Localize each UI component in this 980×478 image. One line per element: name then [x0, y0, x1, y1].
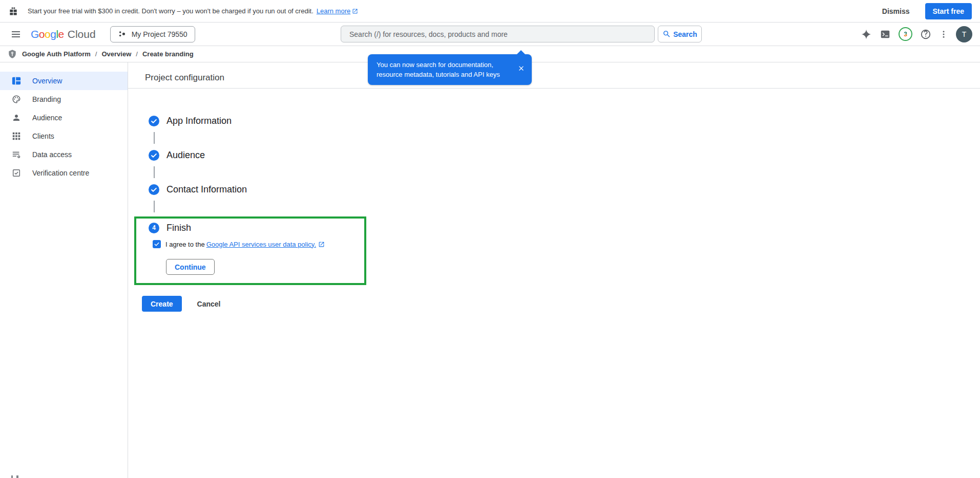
sidebar-item-label: Branding: [32, 95, 61, 103]
tooltip-text-line2: resource metadata, tutorials and API key…: [377, 70, 508, 79]
page-title: Project configuration: [128, 62, 980, 89]
step-label: Audience: [166, 150, 205, 161]
logo-letter: e: [58, 28, 64, 40]
search-feature-tooltip: You can now search for documentation, re…: [368, 54, 532, 85]
sidebar-item-clients[interactable]: Clients: [0, 127, 128, 145]
gcp-console-page: Start your free trial with $300 in credi…: [0, 0, 980, 478]
stepper: App Information Audience Contact Informa…: [128, 114, 980, 285]
external-link-icon: [352, 8, 358, 14]
logo-letter: o: [39, 28, 45, 40]
cancel-button[interactable]: Cancel: [197, 300, 221, 308]
step-contact-information[interactable]: Contact Information: [128, 182, 980, 197]
step-finish: 4 Finish: [136, 221, 364, 235]
free-trial-days-badge[interactable]: 3: [899, 27, 912, 41]
sidebar-item-branding[interactable]: Branding: [0, 90, 128, 108]
auth-platform-shield-icon: [8, 49, 17, 59]
project-name: My Project 79550: [132, 30, 187, 38]
search-button-label: Search: [673, 30, 697, 38]
step-audience[interactable]: Audience: [128, 148, 980, 162]
logo-letter: G: [31, 28, 39, 40]
account-avatar[interactable]: T: [956, 26, 972, 42]
logo-letter: g: [50, 28, 56, 40]
external-link-icon: [318, 241, 325, 248]
cutoff-artifact: [11, 475, 18, 478]
learn-more-link[interactable]: Learn more: [317, 7, 358, 15]
hamburger-icon: [11, 30, 20, 39]
main-panel: Project configuration App Information Au…: [128, 62, 980, 478]
checkmark-icon: [154, 241, 160, 247]
continue-button[interactable]: Continue: [166, 259, 215, 275]
cloud-shell-button[interactable]: [880, 29, 891, 40]
kebab-menu-icon: [939, 30, 948, 39]
breadcrumb-separator: /: [136, 50, 138, 58]
person-icon: [12, 113, 21, 122]
sidebar-item-audience[interactable]: Audience: [0, 108, 128, 127]
logo-letter: o: [45, 28, 50, 40]
start-free-button[interactable]: Start free: [925, 3, 972, 19]
gemini-button[interactable]: [861, 29, 872, 40]
help-button[interactable]: [920, 29, 931, 40]
gift-icon: [8, 6, 18, 16]
create-button[interactable]: Create: [142, 296, 182, 312]
free-trial-banner: Start your free trial with $300 in credi…: [0, 0, 980, 23]
finish-step-highlight-box: 4 Finish I agree to theGoogle API servic…: [134, 216, 366, 285]
sidebar: Overview Branding Audience Clients: [0, 62, 128, 478]
search-icon: [662, 30, 671, 38]
agree-checkbox[interactable]: [153, 240, 161, 248]
app-bar-actions: 3 T: [861, 26, 975, 42]
step-connector: [154, 201, 155, 212]
google-cloud-logo[interactable]: Google Cloud: [31, 28, 96, 40]
search-button[interactable]: Search: [658, 26, 702, 42]
check-square-icon: [12, 168, 21, 178]
tooltip-text-line1: You can now search for documentation,: [377, 60, 508, 70]
step-label: App Information: [166, 116, 232, 126]
form-actions: Create Cancel: [142, 296, 980, 312]
help-icon: [920, 29, 931, 40]
breadcrumb-separator: /: [95, 50, 97, 58]
project-icon: [118, 30, 127, 38]
more-options-button[interactable]: [939, 30, 948, 39]
agreement-prefix: I agree to the: [165, 241, 205, 248]
close-icon: [517, 64, 525, 72]
sidebar-item-label: Audience: [32, 114, 62, 122]
step-connector: [154, 166, 155, 178]
dashboard-icon: [12, 76, 21, 85]
project-picker-button[interactable]: My Project 79550: [110, 26, 195, 42]
gemini-star-icon: [861, 29, 872, 40]
tooltip-close-button[interactable]: [517, 64, 525, 72]
nav-menu-button[interactable]: [5, 27, 27, 42]
apps-grid-icon: [12, 132, 21, 141]
sidebar-item-verification-centre[interactable]: Verification centre: [0, 164, 128, 182]
search-input[interactable]: [341, 26, 655, 42]
agreement-row: I agree to theGoogle API services user d…: [136, 240, 364, 248]
list-gear-icon: [12, 150, 21, 159]
sidebar-item-label: Data access: [32, 150, 72, 159]
banner-message: Start your free trial with $300 in credi…: [28, 7, 314, 15]
breadcrumb-item-create-branding: Create branding: [142, 50, 194, 58]
step-app-information[interactable]: App Information: [128, 114, 980, 128]
sidebar-item-data-access[interactable]: Data access: [0, 145, 128, 164]
agreement-text: I agree to theGoogle API services user d…: [165, 241, 325, 248]
app-bar: Google Cloud My Project 79550 Search 3: [0, 23, 980, 46]
breadcrumb-item-platform[interactable]: Google Auth Platform: [22, 50, 91, 58]
check-circle-icon: [149, 184, 159, 195]
content-area: Overview Branding Audience Clients: [0, 62, 980, 478]
palette-icon: [12, 95, 21, 104]
step-label: Contact Information: [166, 184, 247, 195]
step-connector: [154, 132, 155, 144]
breadcrumb-item-overview[interactable]: Overview: [101, 50, 131, 58]
check-circle-icon: [149, 150, 159, 161]
check-circle-icon: [149, 116, 159, 126]
sidebar-item-label: Verification centre: [32, 169, 89, 177]
tooltip-caret: [517, 50, 525, 54]
user-data-policy-link[interactable]: Google API services user data policy.: [206, 241, 325, 248]
cloud-shell-icon: [880, 29, 891, 40]
sidebar-item-label: Clients: [32, 132, 54, 140]
sidebar-item-label: Overview: [32, 77, 62, 85]
avatar-initial: T: [962, 30, 967, 38]
dismiss-button[interactable]: Dismiss: [882, 7, 910, 15]
trial-days-count: 3: [904, 31, 907, 38]
step-number-badge: 4: [149, 223, 159, 233]
sidebar-item-overview[interactable]: Overview: [0, 72, 128, 90]
logo-cloud-text: Cloud: [68, 28, 96, 40]
